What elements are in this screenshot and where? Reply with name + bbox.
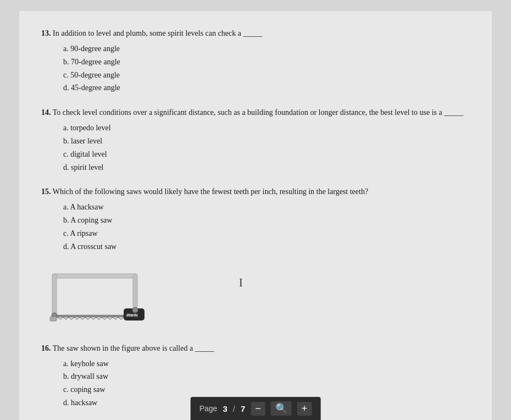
q16-label-a: a. bbox=[63, 360, 69, 368]
bottom-toolbar: Page 3 / 7 − 🔍 + bbox=[191, 397, 321, 420]
text-cursor: I bbox=[239, 277, 243, 289]
q15-body: Which of the following saws would likely… bbox=[53, 187, 368, 196]
q14-option-c: c. digital level bbox=[63, 148, 470, 161]
q13-number: 13. bbox=[41, 29, 51, 37]
page-content: 13. In addition to level and plumb, some… bbox=[19, 11, 492, 420]
svg-text:IRWIN: IRWIN bbox=[126, 313, 137, 317]
question-14: 14. To check level conditions over a sig… bbox=[41, 107, 470, 174]
q16-body: The saw shown in the figure above is cal… bbox=[53, 344, 214, 352]
q15-option-b: b. A coping saw bbox=[63, 214, 470, 227]
q15-option-d: d. A crosscut saw bbox=[63, 240, 470, 253]
q16-label-d: d. bbox=[63, 399, 69, 407]
q14-label-d: d. bbox=[63, 163, 69, 172]
q15-text-c: A ripsaw bbox=[70, 229, 97, 237]
zoom-in-button[interactable]: + bbox=[297, 402, 312, 416]
q14-option-d: d. spirit level bbox=[63, 161, 470, 174]
svg-rect-8 bbox=[50, 317, 57, 321]
q13-label-a: a. bbox=[63, 45, 69, 53]
q15-option-c: c. A ripsaw bbox=[63, 227, 470, 240]
q14-body: To check level conditions over a signifi… bbox=[53, 108, 463, 117]
q14-label-b: b. bbox=[63, 137, 69, 145]
q15-number: 15. bbox=[41, 187, 51, 196]
q13-label-c: c. bbox=[63, 71, 69, 79]
q13-option-d: d. 45-degree angle bbox=[63, 81, 470, 95]
q16-number: 16. bbox=[41, 344, 51, 352]
q13-option-b: b. 70-degree angle bbox=[63, 56, 470, 69]
hacksaw-image-section: IRWIN I bbox=[41, 266, 470, 337]
q15-text-a: A hacksaw bbox=[70, 203, 103, 211]
svg-point-7 bbox=[132, 307, 138, 313]
q14-label-c: c. bbox=[63, 150, 69, 158]
svg-rect-2 bbox=[133, 274, 137, 310]
search-icon: 🔍 bbox=[275, 402, 287, 415]
q16-label-b: b. bbox=[63, 372, 69, 380]
q16-option-a: a. keyhole saw bbox=[63, 357, 470, 371]
page-label: Page bbox=[199, 404, 218, 413]
search-button[interactable]: 🔍 bbox=[271, 401, 292, 416]
q13-text-c: 50-degree angle bbox=[70, 71, 120, 79]
q13-option-a: a. 90-degree angle bbox=[63, 42, 470, 56]
q14-text-c: digital level bbox=[70, 150, 107, 158]
q16-option-b: b. drywall saw bbox=[63, 370, 470, 383]
q15-options: a. A hacksaw b. A coping saw c. A ripsaw… bbox=[63, 201, 470, 253]
q14-text-b: laser level bbox=[71, 137, 102, 145]
q14-label-a: a. bbox=[63, 124, 69, 132]
question-15: 15. Which of the following saws would li… bbox=[41, 186, 470, 253]
q16-text-d: hacksaw bbox=[71, 399, 97, 407]
q13-label-b: b. bbox=[63, 58, 69, 66]
zoom-out-button[interactable]: − bbox=[251, 402, 265, 416]
q14-text: 14. To check level conditions over a sig… bbox=[41, 107, 470, 118]
q14-option-b: b. laser level bbox=[63, 135, 470, 148]
q16-option-c: c. coping saw bbox=[63, 383, 470, 396]
total-pages: 7 bbox=[241, 404, 245, 413]
q15-label-c: c. bbox=[63, 229, 69, 237]
q16-text-b: drywall saw bbox=[71, 372, 108, 380]
q16-text: 16. The saw shown in the figure above is… bbox=[41, 342, 470, 354]
q14-option-a: a. torpedo level bbox=[63, 121, 470, 135]
current-page: 3 bbox=[223, 404, 227, 413]
q15-text-d: A crosscut saw bbox=[70, 242, 116, 251]
q16-text-a: keyhole saw bbox=[70, 360, 109, 368]
q13-option-c: c. 50-degree angle bbox=[63, 69, 470, 82]
q14-options: a. torpedo level b. laser level c. digit… bbox=[63, 121, 470, 174]
hacksaw-figure: IRWIN bbox=[41, 266, 151, 337]
q13-options: a. 90-degree angle b. 70-degree angle c.… bbox=[63, 42, 470, 95]
question-13: 13. In addition to level and plumb, some… bbox=[41, 27, 470, 95]
q13-text-a: 90-degree angle bbox=[70, 45, 120, 53]
q15-text-b: A coping saw bbox=[70, 216, 112, 224]
page-separator: / bbox=[233, 404, 235, 413]
svg-rect-1 bbox=[52, 274, 57, 318]
q15-label-a: a. bbox=[63, 203, 69, 211]
q14-number: 14. bbox=[41, 108, 51, 117]
q15-label-d: d. bbox=[63, 242, 69, 251]
q15-text: 15. Which of the following saws would li… bbox=[41, 186, 470, 197]
q15-label-b: b. bbox=[63, 216, 69, 224]
q13-text: 13. In addition to level and plumb, some… bbox=[41, 27, 470, 39]
q14-text-d: spirit level bbox=[71, 163, 104, 172]
q16-text-c: coping saw bbox=[70, 385, 105, 394]
hacksaw-svg: IRWIN bbox=[41, 266, 151, 337]
q13-text-d: 45-degree angle bbox=[71, 84, 120, 92]
q13-body: In addition to level and plumb, some spi… bbox=[53, 29, 262, 37]
q14-text-a: torpedo level bbox=[70, 124, 110, 132]
q15-option-a: a. A hacksaw bbox=[63, 201, 470, 214]
svg-rect-0 bbox=[52, 274, 137, 278]
q16-label-c: c. bbox=[63, 385, 69, 394]
q13-label-d: d. bbox=[63, 84, 69, 92]
q13-text-b: 70-degree angle bbox=[71, 58, 120, 66]
